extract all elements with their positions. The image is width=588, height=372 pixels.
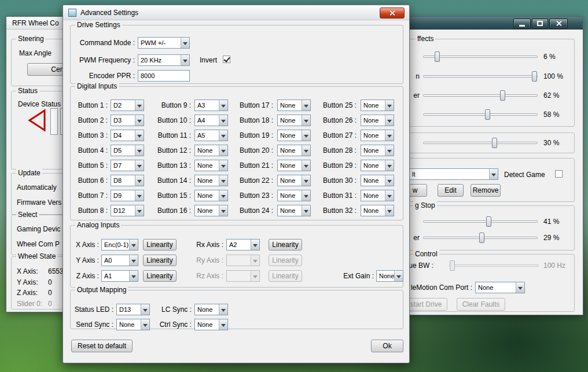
minimize-button[interactable] (513, 19, 531, 28)
digital-button-label: Button 26 : (320, 116, 357, 125)
reset-to-default-button[interactable]: Reset to default (71, 340, 133, 352)
ok-label: Ok (383, 342, 391, 350)
x-axis-select[interactable]: Enc(0-1) (101, 239, 138, 251)
digital-button-select[interactable]: None (361, 145, 394, 156)
steering-direction-icon (27, 108, 47, 132)
chevron-down-icon (219, 175, 227, 186)
digital-button-select[interactable]: None (277, 175, 311, 186)
simplemotion-com-port-select[interactable]: None (475, 282, 525, 293)
digital-button-select[interactable]: A3 (194, 100, 228, 111)
digital-button-select[interactable]: D4 (111, 130, 144, 141)
digital-button-select[interactable]: None (277, 100, 311, 111)
combo-value: None (280, 117, 295, 124)
combo-value: A0 (104, 257, 112, 264)
digital-button-label: Button 15 : (155, 191, 191, 200)
chevron-down-icon (129, 240, 138, 250)
digital-button-select[interactable]: D5 (111, 145, 144, 156)
close-button[interactable] (549, 19, 568, 28)
digital-button-select[interactable]: None (194, 205, 228, 216)
maximize-button[interactable] (532, 19, 548, 28)
clear-faults-label: Clear Faults (462, 300, 500, 308)
overall-strength-slider[interactable] (423, 137, 538, 149)
x-axis-linearity-button[interactable]: Linearity (143, 239, 177, 251)
slider-thumb[interactable] (492, 138, 497, 148)
clear-faults-button[interactable]: Clear Faults (457, 298, 505, 311)
restart-drive-button[interactable]: start Drive (405, 298, 447, 311)
digital-button-select[interactable]: D12 (111, 205, 144, 216)
digital-button-select[interactable]: None (277, 145, 311, 156)
z-axis-select[interactable]: A1 (101, 270, 138, 282)
effects-slider-3-value: 62 % (543, 91, 559, 100)
slider-thumb[interactable] (435, 51, 440, 62)
digital-button-select[interactable]: D3 (111, 115, 144, 126)
update-item-firmware[interactable]: Firmware Vers (17, 198, 61, 207)
slider-thumb[interactable] (500, 90, 505, 101)
digital-button-select[interactable]: None (277, 160, 311, 171)
steering-legend: Steering (16, 35, 46, 43)
remove-game-button[interactable]: Remove (471, 184, 501, 197)
select-item-wheel-com-port[interactable]: Wheel Com P (17, 240, 60, 249)
invert-checkbox[interactable] (223, 56, 230, 63)
dialog-close-button[interactable] (380, 8, 405, 19)
update-item-automatically[interactable]: Automaticaly (17, 183, 57, 192)
combo-value: None (197, 147, 212, 154)
combo-value: None (379, 272, 394, 279)
edit-game-button[interactable]: Edit (438, 184, 464, 197)
digital-button-select[interactable]: A5 (194, 130, 228, 141)
ext-gain-select[interactable]: None (376, 270, 403, 282)
digital-button-select[interactable]: None (361, 205, 394, 216)
digital-button-select[interactable]: None (361, 175, 394, 186)
digital-button-select[interactable]: None (277, 130, 311, 141)
digital-button-select[interactable]: None (361, 115, 394, 126)
z-axis-linearity-button[interactable]: Linearity (143, 270, 177, 282)
slider-thumb[interactable] (532, 71, 537, 82)
effects-slider-4[interactable] (423, 109, 538, 120)
digital-button-select[interactable]: None (361, 190, 394, 201)
effects-slider-3[interactable] (423, 90, 538, 101)
digital-button-select[interactable]: None (361, 160, 394, 171)
digital-button-select[interactable]: None (194, 160, 228, 171)
soft-stop-slider-1[interactable] (423, 216, 538, 227)
lc-sync-select[interactable]: None (194, 304, 228, 315)
ok-button[interactable]: Ok (371, 340, 403, 352)
slider-thumb[interactable] (485, 109, 490, 120)
chevron-down-icon (181, 38, 189, 48)
digital-button-select[interactable]: None (194, 145, 228, 156)
select-item-gaming-device[interactable]: Gaming Devic (17, 225, 60, 234)
digital-button-select[interactable]: None (277, 115, 311, 126)
combo-value: None (363, 102, 378, 109)
chevron-down-icon (302, 160, 310, 171)
digital-button-select[interactable]: D7 (111, 160, 144, 171)
digital-button-select[interactable]: None (194, 175, 228, 186)
slider-thumb[interactable] (479, 233, 484, 243)
encoder-ppr-input[interactable]: 8000 (138, 70, 190, 82)
rx-axis-linearity-button[interactable]: Linearity (269, 239, 302, 251)
digital-button-select[interactable]: D9 (111, 190, 144, 201)
digital-button-select[interactable]: None (194, 190, 228, 201)
digital-button-select[interactable]: None (361, 100, 394, 111)
ctrl-sync-select[interactable]: None (194, 319, 228, 330)
y-axis-select[interactable]: A0 (101, 255, 138, 266)
pwm-frequency-select[interactable]: 20 KHz (138, 54, 190, 66)
soft-stop-slider-2[interactable] (423, 232, 538, 244)
combo-value: D2 (113, 102, 122, 109)
invert-label: Invert (200, 56, 217, 65)
digital-button-select[interactable]: None (277, 190, 311, 201)
digital-button-select[interactable]: None (277, 205, 311, 216)
command-mode-select[interactable]: PWM +/- (138, 37, 190, 49)
digital-button-select[interactable]: D2 (111, 100, 144, 111)
detect-game-checkbox[interactable] (555, 170, 563, 178)
chevron-down-icon (302, 190, 310, 201)
effects-slider-2[interactable] (423, 71, 538, 82)
effects-slider-1[interactable] (423, 51, 538, 62)
status-led-select[interactable]: D13 (116, 304, 150, 315)
digital-button-select[interactable]: None (361, 130, 394, 141)
slider-thumb[interactable] (486, 216, 491, 227)
dialog-titlebar[interactable]: Advanced Settings (63, 5, 409, 20)
send-sync-select[interactable]: None (116, 319, 150, 330)
y-axis-linearity-button[interactable]: Linearity (143, 255, 177, 266)
detect-game-label: Detect Game (504, 171, 545, 179)
rx-axis-select[interactable]: A2 (226, 239, 260, 251)
digital-button-select[interactable]: D8 (111, 175, 144, 186)
digital-button-select[interactable]: A4 (194, 115, 228, 126)
